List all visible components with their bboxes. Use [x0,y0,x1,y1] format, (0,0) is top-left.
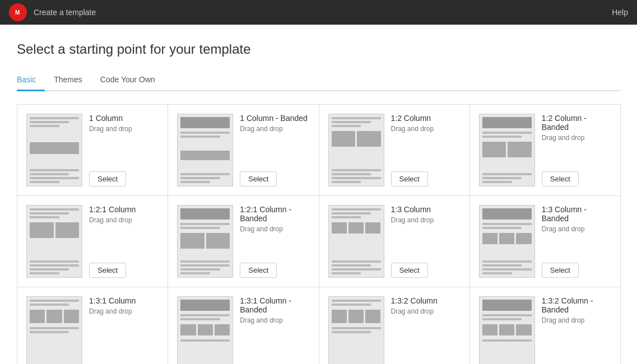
template-info-1-2-1col: 1:2:1 Column Drag and drop Select [89,205,159,278]
template-grid: 1 Column Drag and drop Select [17,105,620,364]
select-button-1-2-1col-banded[interactable]: Select [240,263,277,278]
template-preview-1-3-1col [26,296,82,364]
template-name-1-2col: 1:2 Column [391,114,461,123]
template-type-1-2-1col: Drag and drop [89,216,159,224]
template-card-1col-banded: 1 Column - Banded Drag and drop Select [168,104,319,196]
template-type-1-3-1col-banded: Drag and drop [240,316,309,324]
select-button-1col-banded[interactable]: Select [240,171,277,186]
template-info-1-2-1col-banded: 1:2:1 Column - Banded Drag and drop Sele… [240,205,309,278]
template-card-1-3-1col-banded: 1:3:1 Column - Banded Drag and drop [168,287,319,364]
template-type-1col: Drag and drop [89,125,159,133]
template-preview-1-3col [328,205,384,278]
select-button-1-2col[interactable]: Select [391,171,428,186]
template-info-1-2col: 1:2 Column Drag and drop Select [391,114,461,186]
template-card-1col: 1 Column Drag and drop Select [17,104,168,196]
template-preview-1-3-2col [328,296,384,364]
template-type-1-3-2col-banded: Drag and drop [542,316,611,324]
template-type-1-2col: Drag and drop [391,125,461,133]
template-preview-1-3-2col-banded [479,296,535,364]
template-preview-1-2-1col [26,205,82,278]
template-info-1-3-2col-banded: 1:3:2 Column - Banded Drag and drop [542,296,611,364]
template-name-1-3-2col-banded: 1:3:2 Column - Banded [542,296,611,314]
template-type-1-3col: Drag and drop [391,216,461,224]
template-info-1-3col: 1:3 Column Drag and drop Select [391,205,461,278]
template-card-1-3col-banded: 1:3 Column - Banded Drag and drop Select [469,195,621,287]
template-name-1-3col-banded: 1:3 Column - Banded [542,205,611,223]
nav-left: M Create a template [9,3,96,21]
template-card-1-2col: 1:2 Column Drag and drop Select [319,104,470,196]
svg-text:M: M [15,10,20,16]
main-content: Select a starting point for your templat… [0,25,637,364]
template-preview-1-3-1col-banded [177,296,233,364]
template-info-1-3-1col-banded: 1:3:1 Column - Banded Drag and drop [240,296,309,364]
template-preview-1-2-1col-banded [177,205,233,278]
template-type-1-2-1col-banded: Drag and drop [240,225,309,233]
template-card-1-3-2col: 1:3:2 Column Drag and drop [319,287,470,364]
template-name-1-3-1col: 1:3:1 Column [89,296,159,305]
template-type-1-2col-banded: Drag and drop [542,134,611,142]
template-name-1-2-1col: 1:2:1 Column [89,205,159,214]
template-name-1col: 1 Column [89,114,159,123]
template-info-1col-banded: 1 Column - Banded Drag and drop Select [240,114,309,186]
top-navigation: M Create a template Help [0,0,637,25]
tab-code-your-own[interactable]: Code Your Own [100,71,164,91]
template-name-1col-banded: 1 Column - Banded [240,114,309,123]
template-card-1-3-2col-banded: 1:3:2 Column - Banded Drag and drop [469,287,621,364]
template-name-1-2col-banded: 1:2 Column - Banded [542,114,611,132]
template-name-1-3-2col: 1:3:2 Column [391,296,461,305]
template-type-1-3-1col: Drag and drop [89,307,159,315]
template-info-1-3-1col: 1:3:1 Column Drag and drop [89,296,159,364]
template-preview-1-3col-banded [479,205,535,278]
select-button-1-2col-banded[interactable]: Select [542,171,579,186]
select-button-1col[interactable]: Select [89,171,126,186]
template-preview-1-2col [328,114,384,186]
tab-basic[interactable]: Basic [17,71,45,91]
template-info-1-3col-banded: 1:3 Column - Banded Drag and drop Select [542,205,611,278]
template-name-1-3col: 1:3 Column [391,205,461,214]
tabs-bar: Basic Themes Code Your Own [17,71,620,91]
template-name-1-3-1col-banded: 1:3:1 Column - Banded [240,296,309,314]
template-card-1-2-1col: 1:2:1 Column Drag and drop Select [17,195,168,287]
select-button-1-3col-banded[interactable]: Select [542,263,579,278]
tab-themes[interactable]: Themes [54,71,91,91]
page-title: Select a starting point for your templat… [17,41,620,57]
mailchimp-logo: M [9,3,27,21]
template-info-1col: 1 Column Drag and drop Select [89,114,159,186]
template-card-1-3col: 1:3 Column Drag and drop Select [319,195,470,287]
template-type-1col-banded: Drag and drop [240,125,309,133]
template-type-1-3col-banded: Drag and drop [542,225,611,233]
template-info-1-2col-banded: 1:2 Column - Banded Drag and drop Select [542,114,611,186]
template-card-1-2-1col-banded: 1:2:1 Column - Banded Drag and drop Sele… [168,195,319,287]
template-type-1-3-2col: Drag and drop [391,307,461,315]
help-link[interactable]: Help [612,8,628,17]
template-card-1-2col-banded: 1:2 Column - Banded Drag and drop Select [469,104,621,196]
template-preview-1col [26,114,82,186]
template-card-1-3-1col: 1:3:1 Column Drag and drop [17,287,168,364]
template-info-1-3-2col: 1:3:2 Column Drag and drop [391,296,461,364]
page-header-title: Create a template [34,8,96,17]
template-name-1-2-1col-banded: 1:2:1 Column - Banded [240,205,309,223]
template-preview-1col-banded [177,114,233,186]
select-button-1-3col[interactable]: Select [391,263,428,278]
template-preview-1-2col-banded [479,114,535,186]
select-button-1-2-1col[interactable]: Select [89,263,126,278]
